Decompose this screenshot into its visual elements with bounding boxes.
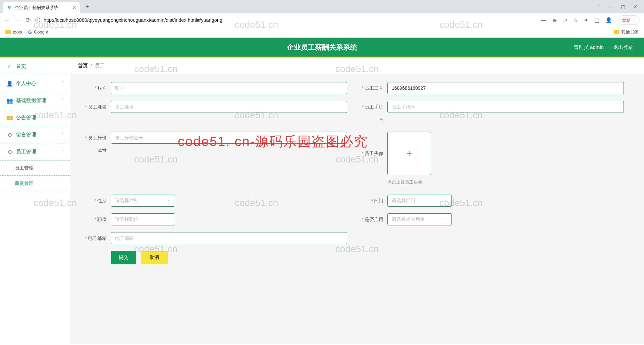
star-icon[interactable]: ☆ [573,17,578,23]
nav-bar: ← → ⟳ ⓘ http://localhost:8080/qiyeyuango… [0,13,644,27]
logout-link[interactable]: 退出登录 [613,44,633,51]
chevron-up-icon: ˄ [62,149,64,154]
email-input[interactable] [111,232,347,244]
minimize-icon[interactable]: — [608,4,613,9]
url-bar[interactable]: ⓘ http://localhost:8080/qiyeyuangongxinc… [35,17,536,23]
app-header: 企业员工薪酬关系系统 管理员 admin 退出登录 [0,38,644,58]
new-tab-button[interactable]: + [83,3,92,10]
chevron-down-icon: ﹀ [167,217,171,222]
bookmark-google[interactable]: GGoogle [28,29,48,35]
info-icon: ⓘ [35,17,40,23]
breadcrumb-current: 员工 [95,63,105,69]
submit-button[interactable]: 提交 [111,251,136,264]
tab-title: 企业员工薪酬关系系统 [15,5,58,11]
breadcrumb: 首页 / 员工 [70,58,644,74]
nav-icons: ⊶ ⊕ ↗ ☆ ✦ ◫ 👤 更新 ⋮ [541,15,640,25]
home-icon: ⌂ [7,63,13,69]
google-icon: G [28,29,32,35]
main-content: 首页 / 员工 *账户 *员工工号 *员工姓名 [70,58,644,344]
share-icon[interactable]: ↗ [563,17,567,23]
sidebar-item-notice[interactable]: 🎫公告管理 [0,109,70,126]
idcard-input[interactable] [111,132,347,144]
browser-chrome: 企业员工薪酬关系系统 × + ˅ — ▢ ✕ ← → ⟳ ⓘ http://lo… [0,0,644,38]
emp-name-input[interactable] [111,101,347,113]
browser-tab[interactable]: 企业员工薪酬关系系统 × [3,2,80,13]
cancel-button[interactable]: 取消 [141,251,168,264]
chevron-down-icon: ﹀ [167,198,171,204]
vue-favicon-icon [7,5,12,10]
label-account: 账户 [97,85,107,91]
extensions-icon[interactable]: ✦ [584,17,588,23]
phone-input[interactable] [387,101,624,113]
profile-icon[interactable]: 👤 [605,17,612,23]
label-position: 职位 [97,217,107,222]
plus-icon: + [407,148,412,159]
chevron-down-icon: ˅ [62,98,64,103]
bookmark-tools[interactable]: tools [5,29,22,34]
sidebar: ⌂首页 👤个人中心˅ 👥基础数据管理˅ 🎫公告管理 ⊙留言管理˅ ⊙员工管理˄ … [0,58,70,344]
position-select[interactable]: 请选择职位﹀ [111,213,175,225]
folder-icon [614,30,619,34]
app-title: 企业员工薪酬关系系统 [287,43,357,52]
label-avatar: 员工头像 [365,151,383,156]
reload-button[interactable]: ⟳ [25,16,31,24]
dept-select[interactable]: 请选择部门﹀ [387,195,452,207]
chat-icon: ⊙ [7,132,13,138]
bookmark-bar: tools GGoogle 其他书签 [0,27,644,38]
sidebar-item-personal[interactable]: 👤个人中心˅ [0,75,70,92]
folder-icon [5,30,11,34]
label-dept: 部门 [374,198,383,203]
admin-label[interactable]: 管理员 admin [574,44,604,51]
chevron-down-icon[interactable]: ˅ [598,4,600,9]
users-icon: 👥 [7,97,13,104]
close-window-icon[interactable]: ✕ [633,4,637,9]
tab-bar: 企业员工薪酬关系系统 × + ˅ — ▢ ✕ [0,0,644,13]
window-controls: ˅ — ▢ ✕ [598,4,644,9]
upload-hint: 点击上传员工头像 [387,179,624,185]
sidebar-sub-salary-manage[interactable]: 薪资管理 [0,176,70,191]
close-icon[interactable]: × [73,5,76,11]
account-input[interactable] [111,82,347,94]
forward-button[interactable]: → [15,17,21,24]
zoom-icon[interactable]: ⊕ [552,17,557,23]
enabled-select[interactable]: 请选择是否启用﹀ [387,213,452,225]
label-email: 电子邮箱 [88,235,107,241]
maximize-icon[interactable]: ▢ [621,4,625,9]
emp-no-input[interactable] [387,82,624,94]
sidebar-item-basedata[interactable]: 👥基础数据管理˅ [0,92,70,109]
avatar-upload[interactable]: + [387,132,431,175]
bookmark-other[interactable]: 其他书签 [614,29,639,35]
user-icon: 👤 [7,80,13,87]
label-idcard: 员工身份证号 [88,135,107,152]
chevron-down-icon: ﹀ [443,198,447,204]
sidebar-item-home[interactable]: ⌂首页 [0,58,70,75]
sidebar-item-message[interactable]: ⊙留言管理˅ [0,126,70,143]
label-enabled: 是否启用 [365,217,383,222]
update-button[interactable]: 更新 ⋮ [618,15,640,25]
app-body: ⌂首页 👤个人中心˅ 👥基础数据管理˅ 🎫公告管理 ⊙留言管理˅ ⊙员工管理˄ … [0,58,644,344]
chevron-down-icon: ˅ [62,81,64,86]
label-emp-no: 员工工号 [365,85,383,91]
label-phone: 员工手机号 [365,104,383,122]
label-gender: 性别 [97,198,107,203]
key-icon[interactable]: ⊶ [541,17,546,23]
url-text: http://localhost:8080/qiyeyuangongxincho… [44,17,222,23]
sidepanel-icon[interactable]: ◫ [594,17,599,23]
chevron-down-icon: ﹀ [443,217,447,222]
form-area: *账户 *员工工号 *员工姓名 *员工手机号 [70,74,644,272]
breadcrumb-sep: / [91,63,92,69]
sidebar-item-employee[interactable]: ⊙员工管理˄ [0,143,70,160]
back-button[interactable]: ← [4,17,10,24]
chevron-down-icon: ˅ [62,132,64,137]
gender-select[interactable]: 请选择性别﹀ [111,195,175,207]
sidebar-sub-employee-manage[interactable]: 员工管理 [0,160,70,176]
label-emp-name: 员工姓名 [88,104,107,110]
gear-icon: ⊙ [7,149,13,155]
breadcrumb-home[interactable]: 首页 [78,63,88,69]
ticket-icon: 🎫 [7,115,13,121]
